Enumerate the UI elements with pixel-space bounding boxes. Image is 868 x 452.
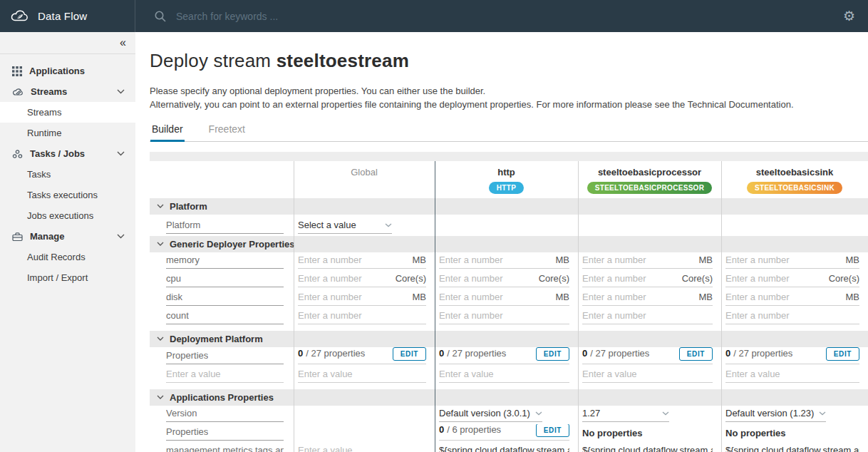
edit-properties-button-http[interactable]: EDIT — [536, 347, 569, 361]
grid-icon — [12, 66, 22, 76]
sidebar-item-import-export[interactable]: Import / Export — [0, 267, 135, 288]
section-header-generic-deployer[interactable]: Generic Deployer Properties — [150, 236, 868, 252]
unit-suffix: Core(s) — [682, 273, 713, 284]
row-app-properties: Properties 0/ 6 propertiesEDIT No proper… — [150, 424, 868, 443]
sidebar-item-applications[interactable]: Applications — [0, 61, 135, 81]
column-header-sink: steeltoebasicsink STEELTOEBASICSINK — [721, 161, 868, 198]
sidebar-item-streams[interactable]: Streams — [0, 102, 135, 123]
section-header-deployment-platform[interactable]: Deployment Platform — [150, 331, 868, 347]
version-select-sink[interactable]: Default version (1.23) — [725, 408, 826, 422]
disk-input-global[interactable] — [298, 292, 408, 302]
section-title: Applications Properties — [170, 392, 274, 403]
count-input-sink[interactable] — [725, 310, 859, 321]
select-value: Default version (3.0.1) — [439, 408, 530, 418]
row-version: Version Default version (3.0.1) 1.27 Def… — [150, 406, 868, 424]
column-header-processor: steeltoebasicprocessor STEELTOEBASICPROC… — [578, 161, 721, 198]
deployment-value-input-http[interactable] — [439, 369, 569, 379]
unit-suffix: MB — [556, 292, 570, 302]
sidebar-item-runtime[interactable]: Runtime — [0, 123, 135, 143]
sidebar-item-label: Streams — [31, 86, 67, 97]
brand[interactable]: Data Flow — [0, 0, 135, 32]
header-spacer — [150, 161, 294, 198]
sidebar-item-label: Import / Export — [27, 272, 88, 283]
count-input-global[interactable] — [298, 310, 426, 321]
chevron-down-icon — [819, 411, 826, 416]
page-title: Deploy stream steeltoestream — [150, 50, 868, 72]
row-cpu: cpu Core(s) Core(s) Core(s) Core(s) — [150, 271, 868, 289]
tab-freetext[interactable]: Freetext — [209, 123, 245, 135]
row-count: count — [150, 308, 868, 327]
search-input[interactable] — [175, 10, 403, 23]
sidebar-item-label: Applications — [29, 66, 85, 76]
description-line-2: Alternatively, you can point to an exter… — [150, 98, 868, 111]
property-label: cpu — [166, 273, 181, 284]
deployment-value-input-processor[interactable] — [582, 369, 713, 379]
sidebar-item-streams-group[interactable]: Streams — [0, 81, 135, 102]
property-label: disk — [166, 292, 182, 302]
sidebar-collapse-button[interactable]: « — [0, 32, 135, 54]
builder-table: Global http HTTP steeltoebasicprocessor … — [150, 152, 868, 452]
settings-gear-icon[interactable]: ⚙ — [843, 9, 855, 23]
disk-input-http[interactable] — [439, 292, 552, 302]
count-input-processor[interactable] — [582, 310, 713, 321]
collapse-icon: « — [120, 36, 126, 49]
cpu-input-sink[interactable] — [725, 273, 825, 284]
sidebar-item-label: Manage — [30, 231, 64, 242]
section-header-applications-properties[interactable]: Applications Properties — [150, 389, 868, 406]
disk-input-sink[interactable] — [725, 292, 842, 302]
row-deployment-properties: Properties 0/ 27 propertiesEDIT 0/ 27 pr… — [150, 347, 868, 366]
select-value: Default version (1.23) — [725, 408, 814, 418]
app-type-badge: STEELTOEBASICPROCESSOR — [587, 182, 712, 194]
platform-select[interactable]: Select a value — [298, 220, 392, 234]
chevron-down-icon — [157, 242, 164, 247]
edit-properties-button-processor[interactable]: EDIT — [679, 347, 713, 361]
memory-input-global[interactable] — [298, 255, 408, 265]
sidebar-item-label: Tasks — [27, 169, 51, 180]
section-header-platform[interactable]: Platform — [150, 198, 868, 215]
unit-suffix: MB — [413, 255, 427, 265]
version-select-http[interactable]: Default version (3.0.1) — [439, 408, 542, 422]
select-value: Select a value — [298, 220, 356, 230]
tab-builder[interactable]: Builder — [152, 123, 183, 135]
disk-input-processor[interactable] — [582, 292, 695, 302]
edit-app-properties-button-http[interactable]: EDIT — [536, 424, 569, 437]
count-input-http[interactable] — [439, 310, 569, 321]
memory-input-http[interactable] — [439, 255, 552, 265]
sidebar-item-tasks-jobs-group[interactable]: Tasks / Jobs — [0, 143, 135, 164]
column-divider — [578, 161, 579, 452]
page-title-prefix: Deploy stream — [150, 50, 277, 71]
toolbox-icon — [12, 232, 23, 242]
mgmt-value-sink[interactable]: ${spring.cloud.dataflow.stream.app.t — [725, 445, 859, 452]
cpu-input-global[interactable] — [298, 273, 391, 284]
chevron-down-icon — [117, 151, 125, 156]
mgmt-value-processor[interactable]: ${spring.cloud.dataflow.stream.app.t — [582, 445, 713, 452]
sidebar-item-tasks[interactable]: Tasks — [0, 164, 135, 185]
deployment-value-input-sink[interactable] — [725, 369, 859, 379]
column-header-global: Global — [294, 161, 435, 198]
property-label: count — [166, 310, 189, 321]
edit-properties-button-global[interactable]: EDIT — [393, 347, 426, 361]
deployment-value-input-global[interactable] — [298, 369, 426, 379]
version-select-processor[interactable]: 1.27 — [582, 408, 669, 422]
edit-properties-button-sink[interactable]: EDIT — [826, 347, 859, 361]
column-divider-dark — [435, 161, 435, 452]
top-bar: Data Flow ⚙ — [0, 0, 868, 32]
sidebar-item-tasks-executions[interactable]: Tasks executions — [0, 185, 135, 205]
memory-input-processor[interactable] — [582, 255, 695, 265]
properties-count: 0/ 27 properties — [298, 348, 365, 359]
cpu-input-http[interactable] — [439, 273, 534, 284]
sidebar-item-jobs-executions[interactable]: Jobs executions — [0, 205, 135, 226]
sidebar-item-audit-records[interactable]: Audit Records — [0, 247, 135, 267]
deployment-key-input[interactable] — [166, 369, 284, 379]
unit-suffix: Core(s) — [539, 273, 569, 284]
mgmt-value-input-global[interactable] — [298, 445, 426, 452]
cpu-input-processor[interactable] — [582, 273, 678, 284]
sidebar-item-label: Streams — [27, 107, 61, 118]
mgmt-value-http[interactable]: ${spring.cloud.dataflow.stream.app.t — [439, 445, 569, 452]
sidebar-item-label: Tasks executions — [27, 190, 98, 200]
chevron-down-icon — [117, 89, 125, 94]
memory-input-sink[interactable] — [725, 255, 842, 265]
unit-suffix: Core(s) — [829, 273, 859, 284]
sidebar-item-manage-group[interactable]: Manage — [0, 226, 135, 247]
properties-count: 0/ 27 properties — [439, 348, 506, 359]
